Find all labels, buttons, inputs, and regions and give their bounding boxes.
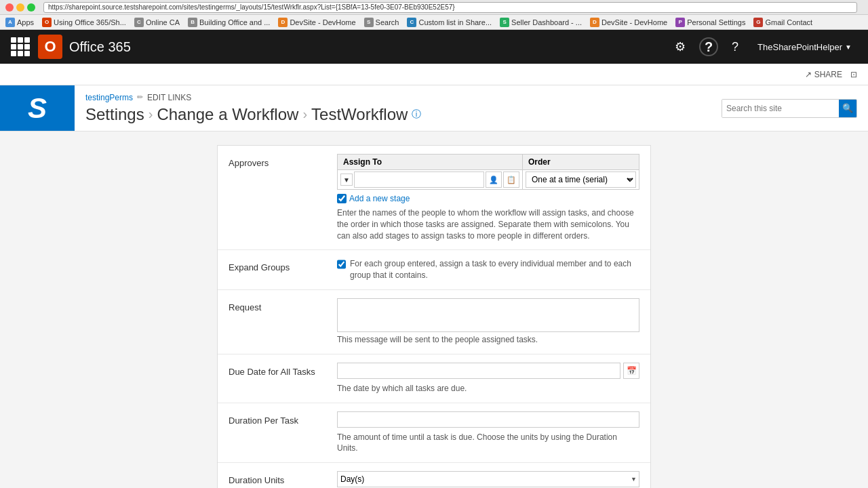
delete-icon: ▼ <box>343 176 350 184</box>
dropdown-arrow-icon: ▼ <box>845 43 852 51</box>
waffle-dot <box>18 44 23 49</box>
approvers-field: Assign To Order ▼ <box>337 154 639 241</box>
bookmark-gmail[interactable]: G Gmail Contact <box>753 18 812 27</box>
order-header: Order <box>522 155 639 170</box>
page-title: Settings › Change a Workflow › TestWorkf… <box>85 105 700 124</box>
form-container: Approvers Assign To Order <box>217 145 651 488</box>
waffle-dot <box>11 37 16 43</box>
personal-icon: P <box>675 18 685 27</box>
request-textarea[interactable] <box>337 298 639 332</box>
expand-groups-checkbox[interactable] <box>337 260 346 269</box>
expand-groups-content: For each group entered, assign a task to… <box>337 258 639 281</box>
building-icon: B <box>188 18 197 27</box>
bookmark-building[interactable]: B Building Office and ... <box>188 18 270 27</box>
add-stage-checkbox[interactable] <box>337 194 347 203</box>
search-icon: 🔍 <box>842 103 853 113</box>
request-field: This message will be sent to the people … <box>337 298 639 346</box>
bookmark-apps[interactable]: A Apps <box>5 18 34 27</box>
help-icon-text[interactable]: ? <box>726 37 744 57</box>
order-cell: One at a time (serial) All at once (para… <box>522 170 639 190</box>
devsite1-icon: D <box>278 18 288 27</box>
address-book-button[interactable]: 📋 <box>503 171 519 188</box>
breadcrumb-site-link[interactable]: testingPerms <box>85 93 133 102</box>
browser-chrome: https://sharepoint.source.testsharepoint… <box>0 0 868 15</box>
site-header: S testingPerms ✏ EDIT LINKS Settings › C… <box>0 85 868 131</box>
waffle-menu[interactable] <box>11 37 30 56</box>
edit-links-button[interactable]: EDIT LINKS <box>147 93 191 102</box>
title-arrow-1: › <box>149 106 153 122</box>
address-book-icon: 📋 <box>507 176 516 184</box>
devsite2-icon: D <box>590 18 599 27</box>
waffle-dot <box>11 51 16 56</box>
office-bookmark-icon: O <box>42 18 52 27</box>
search-input[interactable] <box>722 100 839 117</box>
approvers-table: Assign To Order ▼ <box>337 154 639 190</box>
due-date-area: 📅 <box>337 363 639 379</box>
apps-icon: A <box>5 18 15 27</box>
bookmark-onlineca[interactable]: C Online CA <box>134 18 180 27</box>
office-title: Office 365 <box>69 39 131 55</box>
duration-units-select[interactable]: Day(s) Week(s) Month(s) <box>337 471 639 487</box>
assign-to-input[interactable] <box>354 171 484 188</box>
row-delete-button[interactable]: ▼ <box>340 174 353 186</box>
approvers-help-text: Enter the names of the people to whom th… <box>337 207 639 241</box>
approvers-row: Approvers Assign To Order <box>218 146 650 250</box>
help-icon[interactable]: ? <box>699 37 718 56</box>
due-date-input[interactable] <box>337 363 620 379</box>
user-menu[interactable]: TheSharePointHelper ▼ <box>752 39 857 55</box>
browser-close-btn[interactable] <box>5 3 14 12</box>
order-select-wrapper: One at a time (serial) All at once (para… <box>526 171 636 188</box>
office-logo-box: O <box>38 35 62 59</box>
search-bookmark-icon: S <box>364 18 374 27</box>
share-icon: ↗ <box>805 70 812 79</box>
duration-units-field: Day(s) Week(s) Month(s) Define the units… <box>337 471 639 488</box>
customlist-icon: C <box>407 18 416 27</box>
breadcrumb: testingPerms ✏ EDIT LINKS <box>85 93 700 102</box>
duration-units-row: Duration Units Day(s) Week(s) Month(s) D… <box>218 463 650 488</box>
request-row: Request This message will be sent to the… <box>218 290 650 354</box>
duration-per-task-input[interactable] <box>337 411 639 428</box>
people-picker-button[interactable]: 👤 <box>486 171 502 188</box>
browser-maximize-btn[interactable] <box>27 3 35 12</box>
bookmark-personal[interactable]: P Personal Settings <box>675 18 745 27</box>
bookmark-devsite1[interactable]: D DevSite - DevHome <box>278 18 355 27</box>
search-button[interactable]: 🔍 <box>839 100 856 117</box>
waffle-dot <box>24 44 30 49</box>
sharepoint-s-letter: S <box>28 94 47 123</box>
browser-minimize-btn[interactable] <box>16 3 24 12</box>
view-icon: ⊡ <box>850 70 857 79</box>
waffle-dot <box>18 37 23 43</box>
waffle-dot <box>11 44 16 49</box>
calendar-icon: 📅 <box>627 366 637 375</box>
site-logo-area: S <box>0 85 75 131</box>
expand-groups-row: Expand Groups For each group entered, as… <box>218 250 650 290</box>
site-header-content: testingPerms ✏ EDIT LINKS Settings › Cha… <box>75 85 711 131</box>
sharepoint-logo: S <box>28 94 47 123</box>
add-stage-label[interactable]: Add a new stage <box>349 194 410 203</box>
gear-icon[interactable]: ⚙ <box>669 37 691 57</box>
onlineca-icon: C <box>134 18 144 27</box>
duration-per-task-field: The amount of time until a task is due. … <box>337 411 639 455</box>
address-bar[interactable]: https://sharepoint.source.testsharepoint… <box>43 2 857 13</box>
calendar-button[interactable]: 📅 <box>623 363 639 379</box>
share-button[interactable]: ↗ SHARE <box>805 70 842 79</box>
bookmark-customlist[interactable]: C Custom list in Share... <box>407 18 492 27</box>
due-date-help-text: The date by which all tasks are due. <box>337 383 639 394</box>
site-search-area: 🔍 <box>711 85 868 131</box>
office-logo-letter: O <box>44 38 56 56</box>
request-label: Request <box>229 298 337 312</box>
page-title-workflow-name: TestWorkflow <box>311 105 408 124</box>
order-select[interactable]: One at a time (serial) All at once (para… <box>526 171 636 188</box>
bookmark-seller[interactable]: S Seller Dashboard - ... <box>500 18 582 27</box>
info-icon[interactable]: ⓘ <box>412 108 421 121</box>
top-nav: O Office 365 ⚙ ? ? TheSharePointHelper ▼ <box>0 30 868 64</box>
view-button[interactable]: ⊡ <box>850 70 857 79</box>
bookmark-devsite2[interactable]: D DevSite - DevHome <box>590 18 667 27</box>
share-label: SHARE <box>814 70 842 79</box>
expand-groups-label: Expand Groups <box>229 258 337 272</box>
bookmark-search[interactable]: S Search <box>364 18 399 27</box>
bookmark-office365[interactable]: O Using Office 365/Sh... <box>42 18 126 27</box>
search-box: 🔍 <box>722 99 857 118</box>
request-help-text: This message will be sent to the people … <box>337 334 639 346</box>
title-arrow-2: › <box>302 106 307 122</box>
